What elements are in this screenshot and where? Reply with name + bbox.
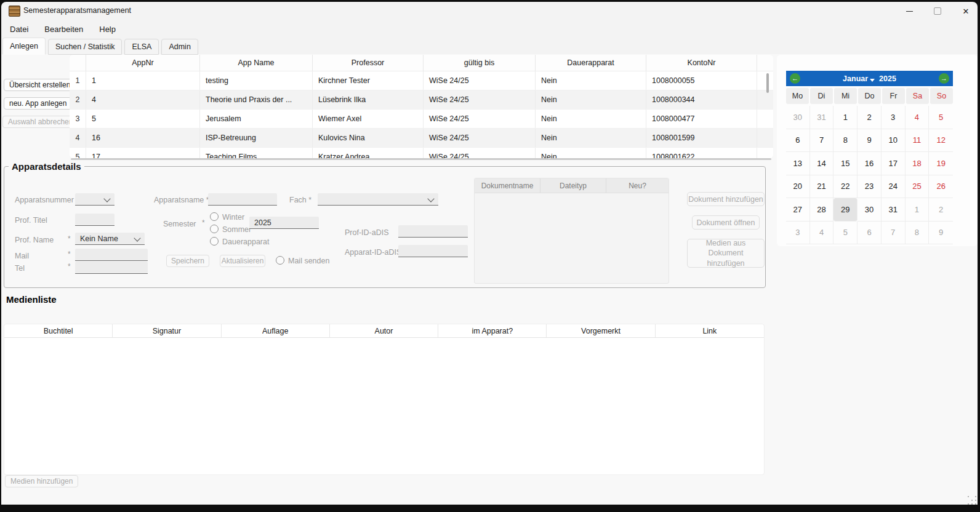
- neu-app-anlegen-button[interactable]: neu. App anlegen: [4, 97, 72, 110]
- apparatsname-input[interactable]: [208, 193, 277, 206]
- calendar-day[interactable]: 28: [810, 198, 834, 222]
- calendar-day[interactable]: 3: [786, 222, 810, 245]
- calendar-day[interactable]: 20: [786, 175, 810, 199]
- close-button[interactable]: ✕: [952, 2, 980, 20]
- apps-column-header[interactable]: Dauerapparat: [536, 55, 646, 71]
- maximize-button[interactable]: [923, 2, 952, 20]
- apps-column-header[interactable]: App Name: [200, 55, 313, 71]
- sommer-radio[interactable]: [210, 225, 219, 233]
- calendar-day[interactable]: 23: [857, 175, 882, 199]
- calendar-day[interactable]: 8: [906, 222, 930, 245]
- mail-senden-checkbox[interactable]: [276, 256, 284, 265]
- resize-grip[interactable]: [968, 496, 969, 497]
- dauerapparat-radio[interactable]: [210, 237, 219, 246]
- apps-column-header[interactable]: Professor: [313, 55, 424, 71]
- prof-id-adis-input[interactable]: [398, 225, 468, 238]
- apparatsnummer-combobox[interactable]: [75, 193, 114, 206]
- menu-bearbeiten[interactable]: Bearbeiten: [36, 21, 91, 38]
- dokument-hinzufuegen-button[interactable]: Dokument hinzufügen: [687, 192, 765, 206]
- medien-column-header[interactable]: Link: [656, 324, 764, 337]
- calendar-day[interactable]: 6: [857, 222, 882, 245]
- prof-name-combobox[interactable]: Kein Name: [75, 233, 145, 245]
- tab-elsa[interactable]: ELSA: [124, 39, 159, 55]
- calendar-day[interactable]: 4: [906, 106, 930, 129]
- calendar-day[interactable]: 30: [786, 106, 810, 129]
- table-row[interactable]: 35JerusalemWiemer AxelWiSe 24/25Nein1008…: [70, 110, 773, 129]
- tab-admin[interactable]: Admin: [161, 39, 198, 55]
- calendar-day[interactable]: 11: [906, 129, 930, 153]
- calendar-day[interactable]: 27: [786, 198, 810, 222]
- table-row[interactable]: 11testingKirchner TesterWiSe 24/25Nein10…: [70, 71, 773, 90]
- fach-combobox[interactable]: [318, 193, 438, 206]
- calendar-day[interactable]: 5: [833, 222, 857, 245]
- medien-aus-dokument-button[interactable]: Medien aus Dokument hinzufügen: [687, 239, 765, 268]
- calendar-day[interactable]: 26: [929, 175, 953, 199]
- winter-radio[interactable]: [210, 212, 219, 221]
- year-input[interactable]: 2025: [249, 217, 319, 229]
- tel-input[interactable]: [75, 262, 148, 274]
- calendar-day[interactable]: 1: [906, 198, 930, 222]
- tab-anlegen[interactable]: Anlegen: [2, 38, 46, 55]
- calendar-day[interactable]: 4: [810, 222, 834, 245]
- table-row[interactable]: 24Theorie und Praxis der ...Lüsebrink Il…: [70, 90, 773, 110]
- table-row[interactable]: 416ISP-BetreuungKulovics NinaWiSe 24/25N…: [70, 129, 773, 148]
- medien-column-header[interactable]: im Apparat?: [438, 324, 547, 337]
- apps-column-header[interactable]: gültig bis: [424, 55, 536, 71]
- calendar-day[interactable]: 1: [833, 106, 857, 129]
- speichern-button[interactable]: Speichern: [166, 255, 209, 267]
- calendar-day[interactable]: 16: [857, 152, 882, 175]
- medien-column-header[interactable]: Buchtitel: [4, 324, 113, 337]
- calendar-day[interactable]: 6: [786, 129, 810, 153]
- calendar-day[interactable]: 7: [810, 129, 834, 153]
- calendar-day[interactable]: 3: [882, 106, 906, 129]
- prof-titel-input[interactable]: [75, 214, 114, 226]
- calendar-next-month-button[interactable]: →: [939, 73, 949, 84]
- medien-column-header[interactable]: Signatur: [113, 324, 221, 337]
- calendar-day[interactable]: 18: [906, 152, 930, 175]
- calendar-day[interactable]: 9: [857, 129, 882, 153]
- calendar-day[interactable]: 2: [857, 106, 882, 129]
- apps-table-horizontal-scrollbar[interactable]: [71, 158, 771, 160]
- calendar-day[interactable]: 24: [882, 175, 906, 199]
- calendar-day[interactable]: 30: [857, 198, 882, 222]
- apps-table-vertical-scrollbar[interactable]: [766, 73, 769, 93]
- calendar-day[interactable]: 10: [882, 129, 906, 153]
- table-row[interactable]: 517Teaching FilmsKratzer AndreaWiSe 24/2…: [70, 148, 773, 158]
- apps-column-header[interactable]: AppNr: [86, 55, 200, 71]
- calendar-day[interactable]: 12: [929, 129, 953, 153]
- calendar-day[interactable]: 21: [810, 175, 834, 199]
- minimize-button[interactable]: [895, 2, 923, 20]
- medien-hinzufuegen-button[interactable]: Medien hinzufügen: [5, 475, 78, 487]
- calendar-day[interactable]: 7: [882, 222, 906, 245]
- calendar-prev-month-button[interactable]: ←: [790, 73, 800, 84]
- apparat-id-adis-input[interactable]: [398, 245, 468, 257]
- aktualisieren-button[interactable]: Aktualisieren: [220, 255, 265, 267]
- menu-help[interactable]: Help: [91, 21, 124, 38]
- calendar-day[interactable]: 14: [810, 152, 834, 175]
- tab-suchenstatistik[interactable]: Suchen / Statistik: [48, 39, 122, 55]
- calendar-day[interactable]: 15: [833, 152, 857, 175]
- calendar-day[interactable]: 19: [929, 152, 953, 175]
- documents-column-header[interactable]: Dateityp: [540, 178, 606, 193]
- calendar-day[interactable]: 8: [833, 129, 857, 153]
- calendar-day[interactable]: 9: [929, 222, 953, 245]
- medien-column-header[interactable]: Vorgemerkt: [547, 324, 655, 337]
- apps-column-header[interactable]: KontoNr: [646, 55, 757, 71]
- calendar-day[interactable]: 29: [833, 198, 857, 222]
- dokument-oeffnen-button[interactable]: Dokument öffnen: [692, 215, 760, 230]
- calendar-day[interactable]: 25: [906, 175, 930, 199]
- medien-column-header[interactable]: Autor: [330, 324, 438, 337]
- menu-datei[interactable]: Datei: [2, 21, 36, 38]
- calendar-day[interactable]: 31: [882, 198, 906, 222]
- medien-column-header[interactable]: Auflage: [222, 324, 330, 337]
- calendar-day[interactable]: 17: [882, 152, 906, 175]
- calendar-day[interactable]: 5: [929, 106, 953, 129]
- mail-input[interactable]: [75, 249, 148, 261]
- auswahl-abbrechen-button[interactable]: Auswahl abbrechen: [2, 116, 78, 128]
- calendar-day[interactable]: 22: [833, 175, 857, 199]
- calendar-day[interactable]: 13: [786, 152, 810, 175]
- uebersicht-erstellen-button[interactable]: Übersicht erstellen: [4, 79, 76, 91]
- documents-column-header[interactable]: Dokumentname: [475, 178, 540, 193]
- calendar-day[interactable]: 31: [810, 106, 834, 129]
- calendar-day[interactable]: 2: [929, 198, 953, 222]
